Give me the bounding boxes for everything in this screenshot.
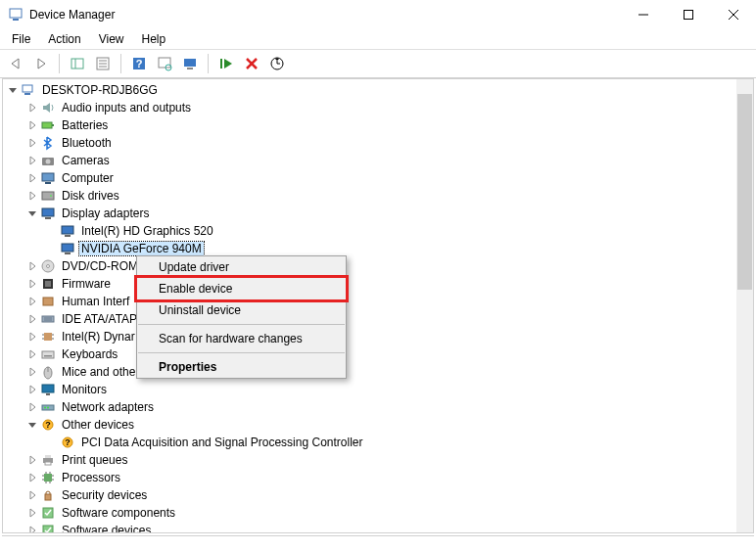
category-node[interactable]: Human Interf	[60, 295, 131, 308]
expand-icon[interactable]	[24, 311, 40, 327]
ide-icon	[40, 311, 56, 327]
expand-icon[interactable]	[24, 399, 40, 415]
svg-rect-0	[10, 9, 22, 18]
category-node[interactable]: Print queues	[60, 453, 129, 467]
svg-rect-56	[46, 393, 50, 395]
network-icon	[40, 399, 56, 415]
monitor-icon	[40, 382, 56, 397]
back-button[interactable]	[4, 52, 27, 75]
menu-file[interactable]: File	[4, 30, 38, 48]
content-area: DESKTOP-RDJB6GGAudio inputs and outputsB…	[2, 78, 754, 533]
root-node[interactable]: DESKTOP-RDJB6GG	[40, 83, 160, 97]
category-node[interactable]: Software devices	[60, 524, 153, 532]
expand-icon[interactable]	[24, 100, 40, 115]
enable-button[interactable]	[214, 52, 238, 75]
category-node[interactable]: DVD/CD-ROM	[60, 259, 140, 273]
expand-icon[interactable]	[24, 117, 40, 133]
svg-rect-41	[45, 281, 51, 287]
category-node[interactable]: Batteries	[60, 118, 110, 132]
collapse-icon[interactable]	[24, 417, 40, 433]
update-driver-button[interactable]	[178, 52, 202, 75]
close-button[interactable]	[711, 0, 756, 29]
svg-point-59	[47, 407, 49, 409]
svg-rect-16	[184, 59, 196, 67]
expand-icon[interactable]	[24, 364, 40, 380]
menu-action[interactable]: Action	[40, 30, 88, 48]
computer-icon	[21, 82, 36, 98]
category-node[interactable]: Software components	[60, 506, 177, 520]
help-button[interactable]: ?	[127, 52, 151, 75]
category-node[interactable]: Firmware	[60, 277, 113, 291]
properties-button[interactable]	[91, 52, 115, 75]
category-node[interactable]: Cameras	[60, 154, 112, 167]
context-menu-item[interactable]: Update driver	[137, 256, 346, 278]
show-hide-tree-button[interactable]	[66, 52, 89, 75]
expand-icon[interactable]	[24, 505, 40, 521]
expand-icon[interactable]	[24, 470, 40, 485]
expand-icon[interactable]	[24, 153, 40, 168]
svg-text:?: ?	[45, 420, 51, 430]
context-menu-item[interactable]: Scan for hardware changes	[137, 328, 346, 349]
category-node[interactable]: IDE ATA/ATAP	[60, 312, 139, 326]
minimize-button[interactable]	[621, 0, 666, 29]
category-node[interactable]: Audio inputs and outputs	[60, 101, 193, 115]
vertical-scrollbar[interactable]	[736, 79, 753, 532]
context-menu-item[interactable]: Uninstall device	[137, 299, 346, 321]
expand-icon[interactable]	[24, 188, 40, 204]
scan-button[interactable]	[153, 52, 176, 75]
expand-icon[interactable]	[24, 135, 40, 151]
device-node[interactable]: PCI Data Acquisition and Signal Processi…	[79, 436, 364, 449]
category-node[interactable]: Disk drives	[60, 189, 121, 203]
expand-icon[interactable]	[24, 346, 40, 362]
menu-view[interactable]: View	[91, 30, 132, 48]
category-node[interactable]: Security devices	[60, 488, 149, 502]
cpu-icon	[40, 470, 56, 485]
category-node[interactable]: Mice and othe	[60, 365, 137, 379]
svg-rect-42	[43, 298, 53, 305]
expand-icon[interactable]	[24, 294, 40, 309]
category-node[interactable]: Monitors	[60, 383, 109, 396]
context-menu-item[interactable]: Properties	[137, 356, 346, 378]
menu-help[interactable]: Help	[134, 30, 174, 48]
category-node[interactable]: Bluetooth	[60, 136, 114, 150]
device-node[interactable]: NVIDIA GeForce 940M	[79, 242, 204, 255]
expand-icon[interactable]	[24, 452, 40, 468]
scan-hardware-button[interactable]	[265, 52, 289, 75]
maximize-button[interactable]	[666, 0, 711, 29]
category-node[interactable]: Other devices	[60, 418, 136, 432]
hid-icon	[40, 294, 56, 309]
category-node[interactable]: Keyboards	[60, 347, 119, 361]
svg-text:?: ?	[65, 437, 71, 447]
device-tree[interactable]: DESKTOP-RDJB6GGAudio inputs and outputsB…	[3, 79, 736, 532]
category-node[interactable]: Computer	[60, 171, 116, 185]
chip-icon	[40, 329, 56, 344]
forward-button[interactable]	[29, 52, 53, 75]
category-node[interactable]: Display adapters	[60, 207, 151, 220]
context-menu-item[interactable]: Enable device	[137, 278, 346, 299]
expand-icon[interactable]	[24, 170, 40, 186]
software-icon	[40, 523, 56, 532]
svg-rect-34	[62, 226, 73, 234]
svg-rect-28	[42, 173, 54, 181]
window-title: Device Manager	[29, 8, 621, 22]
collapse-icon[interactable]	[5, 82, 21, 98]
collapse-icon[interactable]	[24, 206, 40, 221]
svg-rect-32	[42, 208, 54, 216]
svg-rect-25	[52, 124, 54, 126]
expand-icon[interactable]	[24, 276, 40, 292]
expand-icon[interactable]	[24, 487, 40, 503]
expand-icon[interactable]	[24, 382, 40, 397]
category-node[interactable]: Intel(R) Dynar	[60, 330, 137, 344]
status-bar	[2, 535, 754, 551]
category-node[interactable]: Network adapters	[60, 400, 156, 414]
category-node[interactable]: Processors	[60, 471, 122, 484]
display-icon	[40, 206, 56, 221]
expand-icon[interactable]	[24, 523, 40, 532]
expand-icon[interactable]	[24, 329, 40, 344]
scroll-thumb[interactable]	[737, 94, 752, 290]
device-node[interactable]: Intel(R) HD Graphics 520	[79, 224, 215, 238]
uninstall-button[interactable]	[240, 52, 263, 75]
expand-icon[interactable]	[24, 258, 40, 274]
svg-rect-18	[220, 59, 222, 69]
display-icon	[60, 241, 75, 256]
